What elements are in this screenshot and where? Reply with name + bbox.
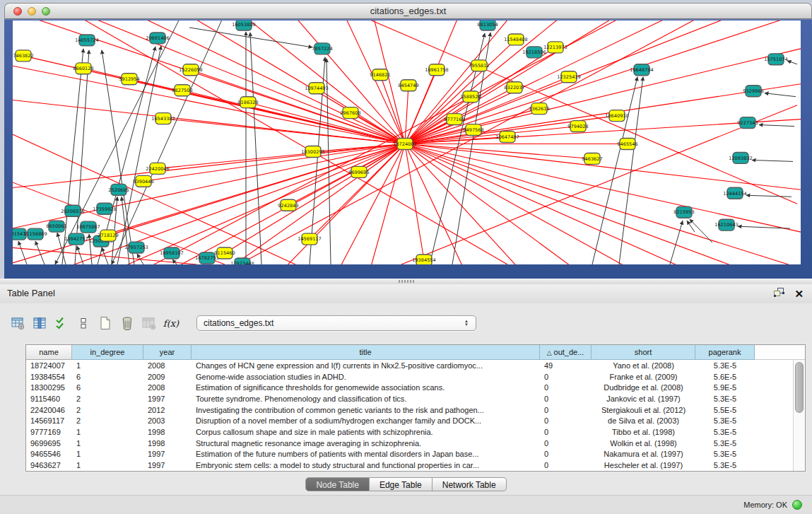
table-row[interactable]: 1456911722003Disruption of a novel membe…	[26, 415, 794, 426]
cell-title[interactable]: Changes of HCN gene expression and I(f) …	[192, 361, 540, 370]
graph-node-selected[interactable]: 12213973	[543, 42, 567, 53]
edge[interactable]	[687, 221, 695, 232]
selected-edge[interactable]	[13, 63, 405, 144]
cell-pagerank[interactable]: 5.3E-5	[695, 395, 755, 403]
table-row[interactable]: 911546021997Tourette syndrome. Phenomeno…	[26, 393, 794, 404]
graph-node[interactable]: 9227343	[737, 117, 758, 129]
cell-title[interactable]: Tourette syndrome. Phenomenology and cla…	[192, 395, 540, 403]
graph-node-selected[interactable]: 19384554	[412, 255, 436, 264]
cell-out_degree[interactable]: 0	[540, 428, 592, 436]
cell-year[interactable]: 2003	[143, 416, 192, 425]
cell-pagerank[interactable]: 5.3E-5	[695, 361, 755, 370]
cell-short[interactable]: Wolkin et al. (1998)	[592, 439, 695, 448]
edge[interactable]	[250, 33, 261, 264]
edge[interactable]	[77, 246, 83, 264]
graph-node-selected[interactable]: 15226058	[179, 64, 203, 76]
selected-edge[interactable]	[281, 21, 405, 144]
selected-edge[interactable]	[405, 144, 748, 264]
table-row[interactable]: 977716911998Corpus callosum shape and si…	[26, 426, 794, 438]
scrollbar-thumb[interactable]	[795, 362, 804, 413]
cell-year[interactable]: 2008	[143, 383, 192, 392]
graph-node-selected[interactable]: 8454749	[398, 80, 418, 91]
table-scrollbar[interactable]	[793, 360, 805, 471]
cell-in_degree[interactable]: 1	[72, 428, 143, 436]
edge[interactable]	[670, 221, 683, 264]
cell-in_degree[interactable]: 6	[72, 373, 143, 381]
graph-node[interactable]: 12444154	[723, 187, 747, 199]
function-builder-button[interactable]: f(x)	[163, 315, 179, 331]
table-row[interactable]: 2242004622012Investigating the contribut…	[26, 404, 794, 416]
cell-year[interactable]: 1997	[143, 450, 192, 458]
graph-node-selected[interactable]: 7463822	[13, 50, 33, 62]
cell-year[interactable]: 1997	[143, 395, 192, 403]
graph-node-selected[interactable]: 9497568	[463, 124, 483, 136]
graph-node-selected[interactable]: 2718129	[98, 230, 118, 241]
tab-node-table[interactable]: Node Table	[305, 477, 370, 491]
cell-out_degree[interactable]: 0	[540, 450, 592, 458]
graph-node-selected[interactable]: 8186328	[237, 97, 258, 108]
cell-pagerank[interactable]: 5.3E-5	[695, 461, 755, 469]
panel-splitter[interactable]	[0, 279, 812, 284]
graph-node-selected[interactable]: 9465546	[617, 139, 637, 150]
column-header-pagerank[interactable]: pagerank	[695, 345, 755, 360]
cell-short[interactable]: Tibbo et al. (1998)	[592, 428, 695, 436]
edge[interactable]	[759, 125, 794, 127]
graph-node-selected[interactable]: 7955812	[469, 60, 489, 71]
network-window-titlebar[interactable]: citations_edges.txt	[4, 3, 812, 19]
cell-in_degree[interactable]: 1	[72, 439, 143, 448]
cell-name[interactable]: 9699695	[26, 439, 72, 448]
cell-short[interactable]: Jankovic et al. (1997)	[592, 395, 695, 403]
graph-node[interactable]: 8650061	[46, 221, 66, 232]
unselect-all-columns-button[interactable]	[76, 315, 91, 331]
column-header-out_degree[interactable]: △out_de...	[540, 345, 592, 360]
cell-in_degree[interactable]: 2	[72, 395, 143, 403]
graph-node[interactable]: 2520685	[108, 184, 129, 195]
cell-short[interactable]: Stergiakouli et al. (2012)	[592, 406, 695, 414]
selected-edge[interactable]	[405, 144, 465, 264]
cell-pagerank[interactable]: 5.3E-5	[695, 416, 755, 425]
float-panel-icon[interactable]	[774, 287, 784, 300]
tab-network-table[interactable]: Network Table	[433, 477, 507, 491]
table-row[interactable]: 1872400712008Changes of HCN gene express…	[26, 360, 794, 371]
cell-out_degree[interactable]: 49	[540, 361, 592, 370]
cell-out_degree[interactable]: 0	[540, 373, 592, 381]
cell-name[interactable]: 14569117	[26, 416, 72, 425]
graph-node[interactable]: 11156869	[23, 228, 47, 240]
cell-short[interactable]: Yano et al. (2008)	[592, 361, 695, 370]
edge[interactable]	[62, 49, 83, 264]
cell-in_degree[interactable]: 1	[72, 461, 143, 469]
cell-year[interactable]: 2012	[143, 406, 192, 414]
cell-pagerank[interactable]: 5.9E-5	[695, 383, 755, 392]
cell-title[interactable]: Investigating the contribution of common…	[192, 406, 540, 414]
cell-short[interactable]: de Silva et al. (2003)	[592, 416, 695, 425]
column-header-in_degree[interactable]: in_degree	[72, 345, 143, 360]
graph-node-selected[interactable]: 9794028	[567, 121, 588, 132]
cell-year[interactable]: 1997	[143, 461, 192, 469]
select-all-columns-button[interactable]	[54, 315, 69, 331]
graph-node-selected[interactable]: 12325419	[557, 71, 581, 83]
edge[interactable]	[738, 226, 790, 228]
column-header-short[interactable]: short	[592, 345, 695, 360]
table-row[interactable]: 969969511998Structural magnetic resonanc…	[26, 438, 794, 449]
graph-node[interactable]: 13942757	[64, 233, 88, 245]
edge[interactable]	[592, 77, 637, 264]
graph-node-selected[interactable]: 9390446	[133, 175, 153, 187]
table-row[interactable]: 1938455462009Genome-wide association stu…	[26, 371, 794, 382]
graph-node[interactable]: 14055724	[75, 35, 99, 46]
edge[interactable]	[752, 160, 793, 161]
graph-node-selected[interactable]: 9115460	[214, 247, 235, 259]
graph-node-selected[interactable]: 1588520	[460, 91, 481, 103]
cell-in_degree[interactable]: 2	[72, 416, 143, 425]
graph-node[interactable]: 8813054	[477, 21, 498, 30]
column-header-title[interactable]: title	[192, 345, 540, 360]
cell-pagerank[interactable]: 5.3E-5	[695, 450, 755, 458]
table-selector-dropdown[interactable]: citations_edges.txt ▲▼	[196, 315, 476, 331]
graph-node-selected[interactable]: 14569117	[298, 233, 322, 245]
table-mode-button[interactable]	[10, 315, 25, 331]
cell-pagerank[interactable]: 5.3E-5	[695, 428, 755, 436]
graph-node-selected[interactable]: 11548408	[504, 34, 528, 45]
graph-node-selected[interactable]: 5912954	[119, 74, 139, 85]
create-column-button[interactable]	[98, 315, 113, 331]
table-row[interactable]: 946554611997Estimation of the future num…	[26, 449, 794, 460]
tab-edge-table[interactable]: Edge Table	[370, 477, 433, 491]
